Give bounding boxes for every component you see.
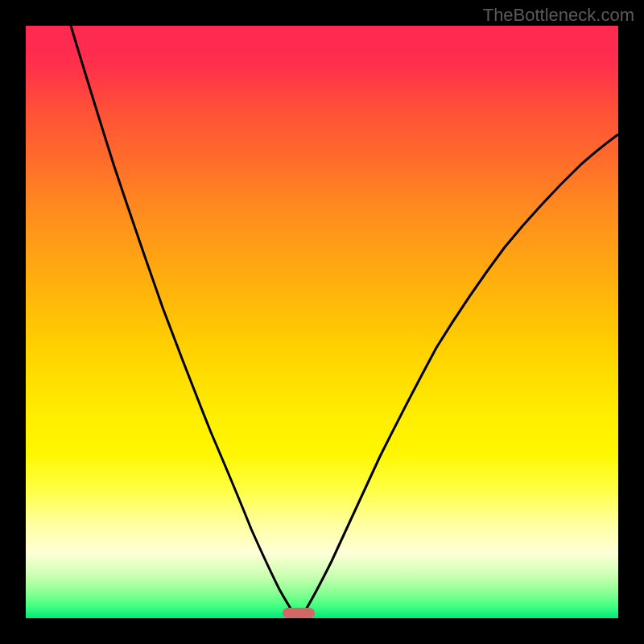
watermark-text: TheBottleneck.com — [483, 5, 634, 26]
plot-area — [26, 26, 618, 618]
minimum-marker — [283, 608, 315, 618]
right-curve — [299, 134, 618, 618]
curves-svg — [26, 26, 618, 618]
left-curve — [71, 26, 298, 618]
